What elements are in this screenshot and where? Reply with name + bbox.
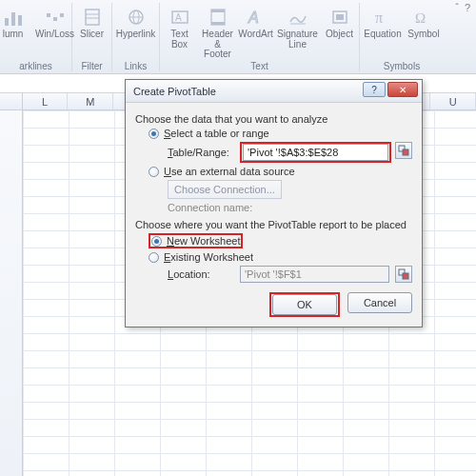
- headerfooter-icon: [208, 7, 228, 28]
- wordart-icon: A: [246, 7, 267, 28]
- equation-icon: π: [372, 7, 393, 28]
- group-text: Text: [160, 61, 359, 71]
- help-icon[interactable]: ?: [465, 2, 470, 13]
- wordart-button[interactable]: A WordArt: [237, 3, 275, 62]
- column-sparkline-icon: [3, 7, 24, 28]
- svg-rect-0: [5, 18, 9, 26]
- svg-rect-24: [403, 149, 408, 155]
- col-M[interactable]: M: [68, 93, 113, 109]
- textbox-button[interactable]: A Text Box: [161, 3, 199, 62]
- symbol-button[interactable]: Ω Symbol: [405, 3, 443, 52]
- cancel-button[interactable]: Cancel: [347, 292, 412, 313]
- equation-button[interactable]: π Equation: [361, 3, 405, 52]
- winloss-sparkline-button[interactable]: Win/Loss: [32, 3, 78, 52]
- svg-rect-16: [211, 22, 225, 25]
- object-icon: [329, 7, 350, 28]
- ribbon-help-area: ˆ ?: [455, 2, 470, 13]
- range-selector-icon: [398, 145, 409, 156]
- svg-text:Ω: Ω: [415, 10, 426, 26]
- ribbon: ˆ ? lumn Win/Loss arklines Slicer Filter…: [0, 0, 476, 74]
- table-range-label: Table/Range:: [168, 147, 234, 158]
- table-range-field: Table/Range: 'Pivot '!$A$3:$E$28: [135, 142, 412, 163]
- connection-name-label: Connection name:: [168, 202, 252, 213]
- row-headers[interactable]: [0, 110, 23, 476]
- dialog-title: Create PivotTable: [133, 86, 216, 97]
- choose-connection-button: Choose Connection...: [168, 180, 282, 199]
- ok-button[interactable]: OK: [272, 294, 337, 315]
- location-input[interactable]: 'Pivot '!$F$1: [240, 266, 389, 283]
- opt-external-label: Use an external data source: [164, 166, 295, 177]
- svg-rect-20: [336, 14, 344, 20]
- radio-existing-worksheet[interactable]: [149, 252, 159, 263]
- choose-where-label: Choose where you want the PivotTable rep…: [135, 219, 412, 230]
- col-L[interactable]: L: [23, 93, 69, 109]
- dialog-close-button[interactable]: ✕: [387, 82, 418, 97]
- close-icon: ✕: [399, 85, 407, 95]
- location-field: Location: 'Pivot '!$F$1: [135, 266, 412, 283]
- svg-rect-3: [47, 13, 50, 17]
- textbox-icon: A: [169, 7, 190, 28]
- svg-rect-4: [53, 17, 57, 21]
- symbol-icon: Ω: [413, 7, 434, 28]
- location-range-selector-button[interactable]: [395, 266, 412, 283]
- object-button[interactable]: Object: [321, 3, 359, 62]
- svg-text:π: π: [375, 10, 383, 26]
- headerfooter-button[interactable]: Header & Footer: [199, 3, 237, 62]
- svg-text:A: A: [248, 10, 259, 26]
- table-range-input[interactable]: 'Pivot '!$A$3:$E$28: [243, 144, 388, 161]
- location-label: Location:: [168, 268, 234, 280]
- hyperlink-icon: [126, 7, 147, 28]
- range-selector-icon: [398, 268, 409, 280]
- create-pivottable-dialog: Create PivotTable ? ✕ Choose the data th…: [125, 79, 423, 327]
- opt-select-table-label: Select a table or range: [164, 128, 269, 139]
- svg-text:A: A: [175, 12, 182, 23]
- col-U[interactable]: U: [430, 93, 476, 109]
- select-all-corner[interactable]: [0, 93, 23, 109]
- svg-rect-2: [18, 15, 22, 26]
- choose-data-label: Choose the data that you want to analyze: [135, 113, 412, 125]
- svg-rect-5: [60, 13, 64, 17]
- winloss-icon: [45, 7, 66, 28]
- group-symbols: Symbols: [360, 61, 444, 71]
- svg-rect-1: [11, 12, 15, 26]
- radio-select-table[interactable]: [149, 129, 159, 139]
- radio-new-worksheet[interactable]: [151, 236, 162, 247]
- hyperlink-button[interactable]: Hyperlink: [113, 3, 159, 52]
- column-sparkline-button[interactable]: lumn: [0, 3, 32, 52]
- group-sparklines: arklines: [0, 61, 71, 71]
- slicer-icon: [82, 7, 103, 28]
- opt-existing-worksheet-label: Existing Worksheet: [164, 251, 253, 263]
- range-selector-button[interactable]: [395, 142, 412, 159]
- svg-rect-6: [86, 10, 99, 25]
- dialog-help-button[interactable]: ?: [363, 82, 386, 97]
- svg-rect-26: [403, 273, 408, 279]
- collapse-ribbon-icon[interactable]: ˆ: [455, 2, 459, 13]
- dialog-titlebar[interactable]: Create PivotTable ? ✕: [126, 80, 422, 103]
- svg-rect-15: [211, 10, 225, 12]
- group-links: Links: [112, 61, 159, 71]
- signature-icon: [288, 7, 308, 28]
- slicer-button[interactable]: Slicer: [73, 3, 111, 52]
- group-filter: Filter: [72, 61, 111, 71]
- radio-external-source[interactable]: [149, 167, 159, 177]
- signatureline-button[interactable]: Signature Line: [275, 3, 321, 62]
- opt-new-worksheet-label: New Worksheet: [167, 235, 240, 247]
